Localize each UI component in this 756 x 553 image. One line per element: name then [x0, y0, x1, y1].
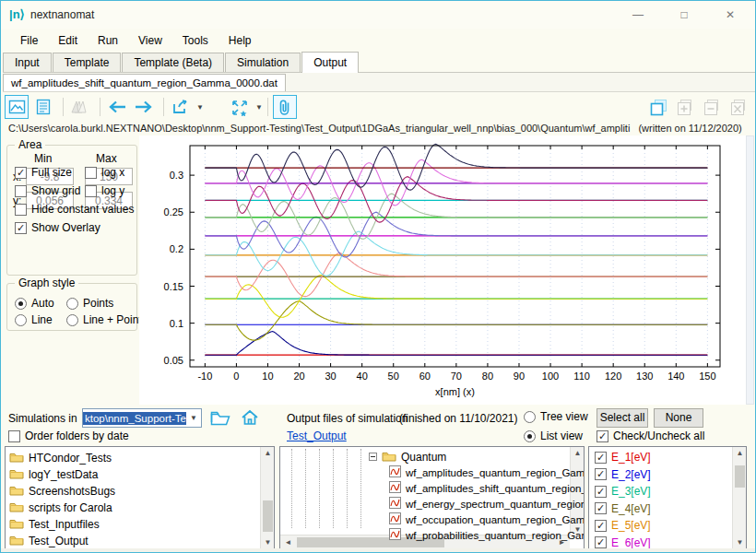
checkbox[interactable]: [85, 167, 97, 179]
legend-vertical-scrollbar[interactable]: ▲ ▼: [732, 447, 746, 548]
scroll-down-icon[interactable]: ▼: [733, 538, 747, 547]
tree-file-item[interactable]: wf_probabilities_quantum_region_Gamma_00: [389, 528, 585, 543]
tree-file-item[interactable]: wf_energy_spectrum_quantum_region_Gamm: [389, 497, 585, 512]
legend-item[interactable]: ✓E_3[eV]: [595, 485, 651, 498]
graph-style-radio-auto[interactable]: Auto: [15, 297, 54, 310]
forward-arrow-icon[interactable]: [132, 95, 156, 119]
simulation-folders-list[interactable]: ▲ ▼ HTCondor_TestslogY_testDataScreensho…: [5, 446, 275, 549]
menu-item-edit[interactable]: Edit: [48, 31, 88, 50]
area-checkbox-log-y[interactable]: log y: [85, 184, 124, 197]
radio-button[interactable]: [15, 298, 27, 310]
checkbox[interactable]: [15, 185, 27, 197]
scroll-left-icon[interactable]: ◄: [281, 538, 295, 547]
scrollbar-thumb[interactable]: [263, 500, 273, 532]
scroll-up-icon[interactable]: ▲: [261, 449, 275, 457]
back-arrow-icon[interactable]: [105, 95, 129, 119]
tree-file-item[interactable]: wf_amplitudes_shift_quantum_region_Gamma: [389, 481, 585, 496]
tab-template-beta-[interactable]: Template (Beta): [122, 53, 224, 72]
tree-file-item[interactable]: wf_occupation_quantum_region_Gamma.dat: [389, 512, 585, 527]
folder-list-item[interactable]: Test_Output: [9, 534, 89, 548]
list-view-radio-row[interactable]: List view: [524, 429, 583, 442]
folders-vertical-scrollbar[interactable]: ▲ ▼: [260, 447, 274, 548]
area-checkbox-show-grid[interactable]: Show grid: [15, 184, 80, 197]
scroll-up-icon[interactable]: ▲: [733, 449, 747, 457]
check-uncheck-row[interactable]: ✓ Check/Uncheck all: [597, 429, 704, 442]
plot-view-icon[interactable]: [5, 95, 29, 119]
checkbox[interactable]: [85, 185, 97, 197]
checkbox[interactable]: [15, 204, 27, 216]
export-icon[interactable]: [169, 95, 193, 119]
tab-input[interactable]: Input: [3, 53, 52, 72]
select-all-button[interactable]: Select all: [597, 408, 648, 428]
fit-zoom-icon[interactable]: [228, 95, 252, 119]
tree-file-item[interactable]: wf_amplitudes_quantum_region_Gamma_000: [389, 465, 585, 480]
legend-item[interactable]: ✓E_5[eV]: [595, 519, 651, 532]
area-checkbox-full-size[interactable]: ✓Full size: [15, 166, 72, 179]
plot-panel[interactable]: -100102030405060708090100110120130140150…: [139, 135, 746, 405]
check-uncheck-checkbox[interactable]: ✓: [597, 430, 608, 442]
combobox-dropdown-icon[interactable]: ▼: [186, 414, 201, 422]
tree-view-radio[interactable]: [524, 411, 536, 423]
legend-item[interactable]: ✓E_4[eV]: [595, 502, 651, 515]
legend-checkbox[interactable]: ✓: [595, 536, 607, 548]
plot-vertical-scrollbar[interactable]: [746, 135, 754, 405]
legend-checkbox[interactable]: ✓: [595, 502, 607, 514]
folder-list-item[interactable]: logY_testData: [9, 467, 98, 482]
radio-button[interactable]: [66, 314, 78, 326]
checkbox[interactable]: ✓: [15, 167, 27, 179]
scroll-up-icon[interactable]: ▲: [571, 449, 585, 457]
none-button[interactable]: None: [654, 408, 703, 428]
legend-checkbox[interactable]: ✓: [595, 468, 607, 480]
tab-simulation[interactable]: Simulation: [225, 53, 301, 72]
tab-template[interactable]: Template: [53, 53, 122, 72]
tree-node-quantum[interactable]: Quantum: [369, 450, 446, 465]
legend-item[interactable]: ✓E_1[eV]: [595, 451, 651, 464]
test-output-link[interactable]: Test_Output: [287, 429, 347, 442]
fit-dropdown-caret[interactable]: ▼: [255, 103, 263, 112]
folder-list-item[interactable]: Test_Inputfiles: [9, 517, 100, 532]
plot-svg[interactable]: -100102030405060708090100110120130140150…: [139, 135, 746, 405]
new-window-icon[interactable]: [646, 95, 670, 119]
menu-item-file[interactable]: File: [10, 31, 48, 50]
folder-list-item[interactable]: ScreenshotsBugs: [9, 484, 115, 499]
radio-button[interactable]: [66, 298, 78, 310]
tree-view-radio-row[interactable]: Tree view: [524, 410, 588, 423]
scrollbar-thumb[interactable]: [735, 465, 745, 488]
dataset-legend-list[interactable]: ▲ ▼ ✓E_1[eV]✓E_2[eV]✓E_3[eV]✓E_4[eV]✓E_5…: [588, 446, 747, 549]
text-report-icon[interactable]: [31, 95, 55, 119]
graph-style-radio-line-points[interactable]: Line + Points: [66, 313, 148, 326]
menu-item-run[interactable]: Run: [88, 31, 128, 50]
attachment-icon[interactable]: [273, 95, 297, 119]
legend-item[interactable]: ✓E_2[eV]: [595, 468, 651, 481]
list-view-radio[interactable]: [524, 430, 536, 442]
maximize-button[interactable]: □: [670, 5, 698, 25]
area-checkbox-log-x[interactable]: log x: [85, 166, 124, 179]
legend-checkbox[interactable]: ✓: [595, 452, 607, 464]
tab-output[interactable]: Output: [301, 52, 359, 73]
folder-list-item[interactable]: scripts for Carola: [9, 500, 112, 515]
folder-list-item[interactable]: HTCondor_Tests: [9, 451, 112, 465]
menu-item-help[interactable]: Help: [219, 31, 262, 50]
legend-checkbox[interactable]: ✓: [595, 520, 607, 532]
radio-button[interactable]: [15, 314, 27, 326]
order-folders-checkbox[interactable]: [8, 430, 20, 442]
checkbox[interactable]: ✓: [15, 222, 27, 234]
graph-style-radio-line[interactable]: Line: [15, 313, 53, 326]
legend-checkbox[interactable]: ✓: [595, 486, 607, 498]
legend-item[interactable]: ✓E_6[eV]: [595, 536, 651, 549]
minimize-button[interactable]: —: [624, 5, 652, 25]
area-checkbox-show-overlay[interactable]: ✓Show Overlay: [15, 221, 100, 234]
browse-folder-icon[interactable]: [209, 407, 231, 428]
area-checkbox-hide-constant-values[interactable]: Hide constant values: [15, 203, 134, 216]
order-folders-checkbox-row[interactable]: Order folders by date: [8, 429, 129, 442]
tree-collapse-icon[interactable]: [369, 451, 377, 464]
output-files-tree[interactable]: ▲ ▼ ◄ ► Quantumwf_amplitudes_quantum_reg…: [279, 446, 585, 549]
close-button[interactable]: ✕: [716, 5, 744, 25]
menu-item-tools[interactable]: Tools: [172, 31, 219, 50]
scroll-down-icon[interactable]: ▼: [261, 538, 275, 547]
simulations-folder-combobox[interactable]: ktop\nnm_Support-Testing ▼: [82, 408, 202, 428]
menu-item-view[interactable]: View: [128, 31, 172, 50]
home-icon[interactable]: [239, 407, 261, 428]
export-dropdown-caret[interactable]: ▼: [196, 103, 204, 112]
graph-style-radio-points[interactable]: Points: [66, 297, 113, 310]
